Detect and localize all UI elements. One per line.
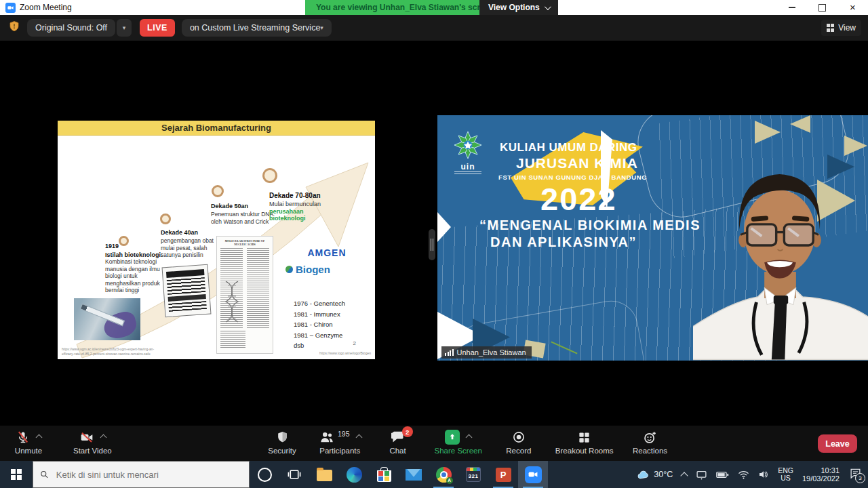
penicillin-text-lines: [167, 277, 205, 295]
zoom-app-icon: [525, 466, 542, 483]
mail-icon: [406, 469, 422, 481]
grid-view-icon: [827, 24, 835, 32]
video-options-caret[interactable]: [100, 434, 106, 441]
era-50s-block: Dekade 50an Penemuan struktur DNA oleh W…: [211, 203, 273, 225]
task-view-icon: [288, 468, 301, 481]
era-70s-highlight: perusahaan bioteknologi: [269, 208, 326, 222]
security-button[interactable]: Security: [264, 430, 300, 455]
participants-caret[interactable]: [355, 434, 362, 441]
taskbar-media-player[interactable]: 321: [458, 461, 488, 488]
wifi-icon[interactable]: [738, 470, 749, 479]
search-input[interactable]: [55, 469, 242, 481]
poster-line2: JURUSAN KIMIA: [516, 155, 638, 171]
taskbar-cortana[interactable]: [250, 461, 279, 488]
cast-device-icon[interactable]: [696, 470, 707, 480]
breakout-rooms-button[interactable]: Breakout Rooms: [555, 430, 614, 455]
window-title: Zoom Meeting: [20, 3, 72, 12]
weather-widget[interactable]: 30°C: [637, 470, 673, 480]
speaker-video-tile: uin KULIAH UMUM DARING JURUSAN KIMIA FST…: [437, 115, 868, 361]
view-options-button[interactable]: View Options: [479, 0, 558, 15]
media-player-icon: 321: [466, 467, 481, 482]
era-70s-block: Dekade 70-80an Mulai bermunculan perusah…: [269, 192, 326, 222]
taskbar-edge[interactable]: [339, 461, 369, 488]
presenter-video: [693, 157, 868, 361]
minimize-icon: [789, 7, 795, 8]
participants-button[interactable]: 195 Participants: [319, 430, 361, 455]
start-video-button[interactable]: Start Video: [73, 430, 112, 455]
taskbar-store[interactable]: [369, 461, 399, 488]
volume-icon[interactable]: [758, 470, 769, 479]
record-button[interactable]: Record: [501, 430, 536, 455]
notification-badge: 3: [855, 473, 865, 483]
language-indicator[interactable]: ENG US: [778, 467, 793, 483]
source-url-right: https://www.logo.wine/logo/Biogen: [319, 351, 371, 356]
taskbar-clock[interactable]: 10:31 19/03/2022: [802, 466, 840, 483]
powerpoint-icon: P: [496, 468, 511, 482]
taskbar-search[interactable]: [33, 461, 250, 488]
minimize-button[interactable]: [776, 0, 807, 15]
vaccine-photo: [74, 298, 140, 340]
company-item: 1981 – Genzyme: [294, 330, 345, 341]
dna-helix-sketch: [222, 280, 242, 325]
leave-button[interactable]: Leave: [818, 434, 857, 453]
windows-logo-icon: [11, 469, 22, 480]
record-label: Record: [506, 447, 531, 455]
chat-button[interactable]: 2 Chat: [380, 430, 416, 455]
clock-date: 19/03/2022: [802, 474, 840, 483]
penicillin-text-lines: [168, 301, 207, 312]
paper-footer-lines: [220, 331, 245, 348]
hidden-icons-caret[interactable]: [681, 472, 688, 479]
poster-year: 2022: [540, 180, 617, 218]
share-options-caret[interactable]: [466, 434, 473, 441]
windows-taskbar: A 321 P 30°C: [0, 461, 868, 488]
era-70s-heading: Dekade 70-80an: [269, 192, 326, 199]
taskbar-file-explorer[interactable]: [309, 461, 339, 488]
taskbar-mail[interactable]: [399, 461, 429, 488]
participants-count: 195: [338, 430, 350, 438]
company-list: 1976 - Genentech 1981 - Immunex 1981 - C…: [294, 298, 345, 351]
file-explorer-icon: [317, 470, 332, 481]
timeline-dot-40s: [160, 214, 171, 224]
notification-center-button[interactable]: 3: [850, 468, 861, 481]
zoom-logo-icon: [5, 3, 16, 13]
clock-time: 10:31: [821, 466, 840, 475]
chat-label: Chat: [389, 447, 406, 455]
chrome-profile-badge: A: [446, 477, 453, 484]
era-40s-body: pengembangan obat mulai pesat, salah sat…: [161, 237, 216, 259]
breakout-rooms-label: Breakout Rooms: [555, 447, 614, 455]
view-layout-button[interactable]: View: [821, 20, 861, 36]
unmute-button[interactable]: Unmute: [11, 430, 46, 455]
taskbar-task-view[interactable]: [279, 461, 309, 488]
panel-resize-handle[interactable]: [429, 229, 435, 260]
participant-name-tag: Unhan_Elva Stiawan: [441, 346, 532, 359]
original-sound-button[interactable]: Original Sound: Off: [27, 19, 115, 37]
share-screen-label: Share Screen: [435, 447, 482, 455]
penicillin-label-band: [168, 294, 206, 302]
maximize-button[interactable]: [807, 0, 837, 15]
store-icon: [377, 470, 391, 482]
poster-quote-line1: “MENGENAL BIOKIMIA MEDIS: [479, 218, 701, 233]
company-item: 1981 - Chiron: [294, 319, 345, 330]
encryption-shield-icon[interactable]: [8, 20, 20, 35]
signal-strength-icon: [445, 349, 454, 356]
reactions-button[interactable]: Reactions: [633, 430, 668, 455]
taskbar-zoom[interactable]: [518, 461, 548, 488]
live-badge: LIVE: [140, 19, 175, 37]
participants-icon: [319, 430, 335, 444]
cortana-icon: [258, 468, 272, 482]
security-label: Security: [268, 447, 296, 455]
battery-icon[interactable]: [716, 470, 729, 479]
record-icon: [512, 430, 526, 444]
original-sound-dropdown[interactable]: ▾: [117, 19, 132, 37]
window-titlebar: Zoom Meeting You are viewing Unhan_Elva …: [0, 0, 868, 15]
audio-options-caret[interactable]: [35, 434, 42, 441]
streaming-service-button[interactable]: on Custom Live Streaming Service ▾: [182, 19, 332, 37]
taskbar-chrome[interactable]: A: [429, 461, 458, 488]
close-button[interactable]: ×: [837, 0, 868, 15]
slide-page-number: 2: [353, 340, 356, 346]
share-screen-button[interactable]: Share Screen: [435, 430, 482, 455]
chat-badge: 2: [402, 426, 413, 437]
start-button[interactable]: [0, 461, 33, 488]
view-layout-label: View: [838, 23, 856, 33]
taskbar-powerpoint[interactable]: P: [488, 461, 518, 488]
